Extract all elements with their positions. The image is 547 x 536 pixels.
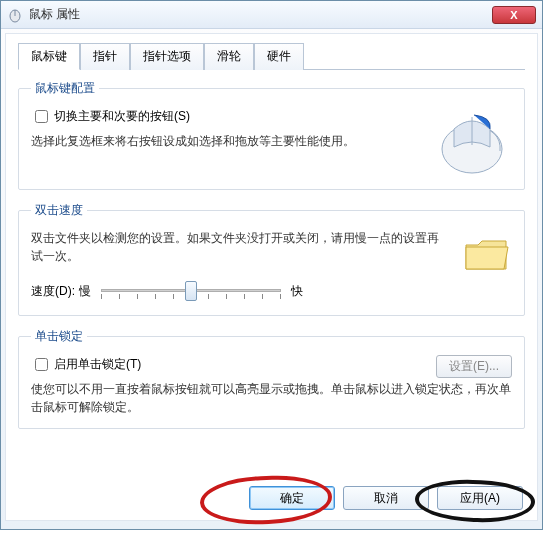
apply-button[interactable]: 应用(A) <box>437 486 523 510</box>
window-title: 鼠标 属性 <box>29 6 80 23</box>
mouse-icon <box>7 7 23 23</box>
titlebar: 鼠标 属性 X <box>1 1 542 29</box>
tab-hardware[interactable]: 硬件 <box>254 43 304 70</box>
mouse-illustration <box>432 107 512 177</box>
dialog-button-row: 确定 取消 应用(A) <box>249 486 523 510</box>
tab-pointer-options[interactable]: 指针选项 <box>130 43 204 70</box>
speed-label: 速度(D): <box>31 283 75 300</box>
close-button[interactable]: X <box>492 6 536 24</box>
group-double-click: 双击速度 双击文件夹以检测您的设置。如果文件夹没打开或关闭，请用慢一点的设置再试… <box>18 202 525 316</box>
tab-wheel[interactable]: 滑轮 <box>204 43 254 70</box>
tab-mouse-buttons[interactable]: 鼠标键 <box>18 43 80 70</box>
tab-label: 指针 <box>93 49 117 63</box>
speed-slow-label: 慢 <box>79 283 91 300</box>
swap-buttons-desc: 选择此复选框来将右按钮设成如选择和拖放等主要性能使用。 <box>31 132 420 150</box>
group-legend: 鼠标键配置 <box>31 80 99 97</box>
tab-label: 鼠标键 <box>31 49 67 63</box>
clicklock-settings-button: 设置(E)... <box>436 355 512 378</box>
group-button-config: 鼠标键配置 切换主要和次要的按钮(S) 选择此复选框来将右按钮设成如选择和拖放等… <box>18 80 525 190</box>
swap-buttons-label[interactable]: 切换主要和次要的按钮(S) <box>54 108 190 125</box>
dialog-content: 鼠标键 指针 指针选项 滑轮 硬件 鼠标键配置 切换主要和次要的按钮(S) 选择… <box>5 33 538 521</box>
double-click-desc: 双击文件夹以检测您的设置。如果文件夹没打开或关闭，请用慢一点的设置再试一次。 <box>31 229 442 265</box>
ok-button[interactable]: 确定 <box>249 486 335 510</box>
slider-thumb[interactable] <box>185 281 197 301</box>
swap-buttons-checkbox[interactable] <box>35 110 48 123</box>
clicklock-checkbox[interactable] <box>35 358 48 371</box>
tab-label: 指针选项 <box>143 49 191 63</box>
tab-label: 硬件 <box>267 49 291 63</box>
cancel-button[interactable]: 取消 <box>343 486 429 510</box>
group-legend: 双击速度 <box>31 202 87 219</box>
clicklock-label[interactable]: 启用单击锁定(T) <box>54 356 141 373</box>
tab-pointers[interactable]: 指针 <box>80 43 130 70</box>
clicklock-desc: 使您可以不用一直按着鼠标按钮就可以高亮显示或拖拽。单击鼠标以进入锁定状态，再次单… <box>31 380 512 416</box>
close-icon: X <box>510 9 517 21</box>
tab-strip: 鼠标键 指针 指针选项 滑轮 硬件 <box>18 42 525 70</box>
group-legend: 单击锁定 <box>31 328 87 345</box>
tab-label: 滑轮 <box>217 49 241 63</box>
group-click-lock: 单击锁定 设置(E)... 启用单击锁定(T) 使您可以不用一直按着鼠标按钮就可… <box>18 328 525 429</box>
speed-fast-label: 快 <box>291 283 303 300</box>
folder-test-icon[interactable] <box>462 233 512 275</box>
mouse-properties-window: 鼠标 属性 X 鼠标键 指针 指针选项 滑轮 硬件 鼠标键配置 切换主要和次要的… <box>0 0 543 530</box>
double-click-speed-slider[interactable] <box>101 279 281 303</box>
